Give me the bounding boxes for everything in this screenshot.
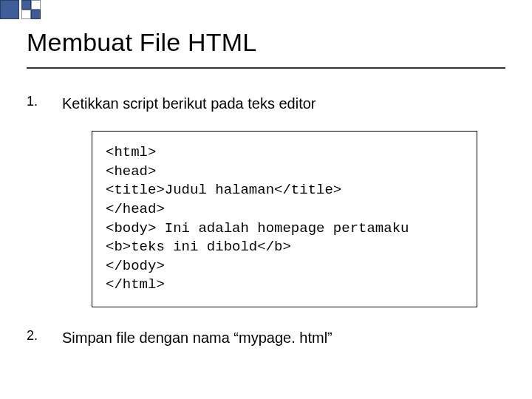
decor-square-large [0,0,19,19]
slide-content: Membuat File HTML 1. Ketikkan script ber… [0,0,532,347]
slide-title: Membuat File HTML [27,28,505,69]
decor-sq [31,10,41,19]
decor-square-grid [21,0,41,19]
decor-sq [31,0,41,10]
decor-sq [21,10,31,19]
list-item: 2. Simpan file dengan nama “mypage. html… [27,328,505,347]
decor-sq [21,0,31,10]
list-number: 1. [27,94,62,113]
instruction-list: 1. Ketikkan script berikut pada teks edi… [27,94,505,347]
list-number: 2. [27,328,62,347]
list-item: 1. Ketikkan script berikut pada teks edi… [27,94,505,113]
list-text: Ketikkan script berikut pada teks editor [62,94,316,113]
code-block: <html> <head> <title>Judul halaman</titl… [92,131,477,307]
slide-decoration [0,0,41,19]
list-text: Simpan file dengan nama “mypage. html” [62,328,332,347]
